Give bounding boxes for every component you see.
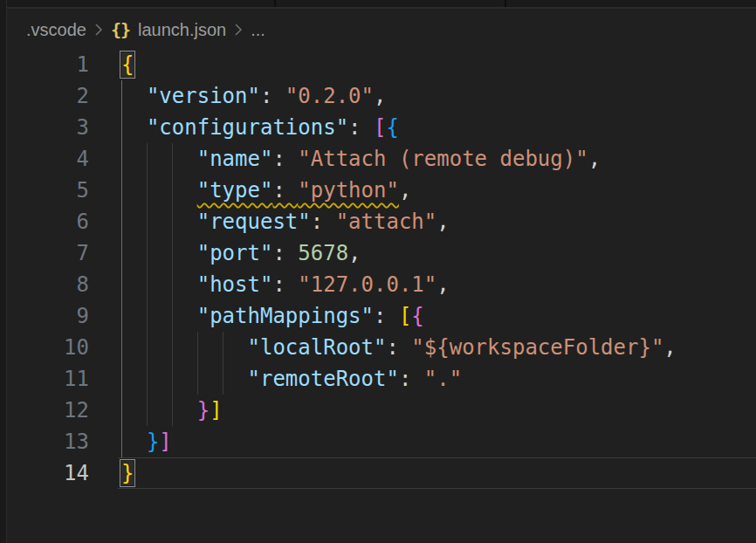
code-line[interactable]: 5 "type": "python", bbox=[0, 175, 756, 206]
code-token bbox=[121, 367, 248, 391]
code-token: "remoteRoot" bbox=[248, 367, 399, 391]
chevron-right-icon bbox=[234, 22, 243, 38]
code-line[interactable]: 6 "request": "attach", bbox=[0, 206, 756, 237]
code-token: "name" bbox=[197, 147, 273, 171]
line-number[interactable]: 1 bbox=[0, 49, 89, 80]
code-token bbox=[121, 115, 147, 140]
code-text: "port": 5678, bbox=[121, 237, 361, 269]
line-number[interactable]: 2 bbox=[0, 80, 89, 112]
tab-separator bbox=[274, 0, 276, 7]
code-token: "request" bbox=[197, 210, 311, 234]
code-token: , bbox=[374, 84, 386, 108]
code-token: : bbox=[272, 178, 298, 203]
json-braces-icon: {} bbox=[111, 19, 130, 40]
editor[interactable]: 1{2 "version": "0.2.0",3 "configurations… bbox=[0, 49, 756, 543]
line-number[interactable]: 12 bbox=[0, 395, 89, 426]
code-token: "attach" bbox=[336, 210, 437, 234]
code-token: "." bbox=[424, 367, 462, 391]
code-token: "Attach (remote debug)" bbox=[298, 147, 588, 171]
breadcrumb-symbol[interactable]: ... bbox=[251, 20, 265, 40]
line-number[interactable]: 9 bbox=[0, 300, 89, 332]
code-text: { bbox=[121, 49, 134, 80]
code-token: } bbox=[147, 430, 159, 454]
code-token: "127.0.0.1" bbox=[298, 272, 436, 297]
code-token bbox=[121, 398, 197, 423]
code-token: , bbox=[436, 210, 449, 234]
code-text: } bbox=[121, 457, 134, 489]
code-text: "localRoot": "${workspaceFolder}", bbox=[121, 332, 677, 363]
line-number[interactable]: 6 bbox=[0, 206, 89, 237]
code-line[interactable]: 10 "localRoot": "${workspaceFolder}", bbox=[0, 332, 756, 363]
code-token: ] bbox=[210, 398, 222, 423]
code-text: "pathMappings": [{ bbox=[121, 300, 424, 332]
code-line[interactable]: 14} bbox=[0, 457, 756, 489]
line-number[interactable]: 4 bbox=[0, 143, 89, 175]
line-number[interactable]: 5 bbox=[0, 175, 89, 206]
code-token: } bbox=[197, 398, 210, 423]
line-number[interactable]: 11 bbox=[0, 363, 89, 395]
code-token: : bbox=[386, 335, 411, 360]
line-number[interactable]: 13 bbox=[0, 426, 89, 457]
code-token: "version" bbox=[147, 84, 260, 108]
code-token: ] bbox=[159, 430, 171, 454]
code-token bbox=[121, 178, 197, 203]
code-token: "${workspaceFolder}" bbox=[411, 335, 663, 360]
code-token: : bbox=[272, 147, 298, 171]
code-token: , bbox=[436, 272, 449, 297]
code-token: "pathMappings" bbox=[197, 304, 374, 328]
breadcrumb: .vscode {} launch.json ... bbox=[8, 10, 756, 49]
code-token: "host" bbox=[197, 272, 273, 297]
code-token bbox=[121, 147, 197, 171]
code-token: 5678 bbox=[298, 241, 348, 265]
code-token: "0.2.0" bbox=[285, 84, 374, 108]
line-number[interactable]: 8 bbox=[0, 269, 89, 300]
code-text: "name": "Attach (remote debug)", bbox=[121, 143, 601, 175]
code-line[interactable]: 13 }] bbox=[0, 426, 756, 457]
code-token bbox=[121, 210, 197, 234]
code-line[interactable]: 7 "port": 5678, bbox=[0, 237, 756, 269]
code-token: , bbox=[348, 241, 361, 265]
code-text: "request": "attach", bbox=[121, 206, 450, 237]
code-token bbox=[121, 241, 197, 265]
code-token bbox=[121, 84, 147, 108]
line-number[interactable]: 3 bbox=[0, 112, 89, 143]
code-token bbox=[121, 335, 248, 360]
breadcrumb-file[interactable]: launch.json bbox=[138, 20, 226, 40]
chevron-right-icon bbox=[94, 22, 103, 38]
line-number[interactable]: 7 bbox=[0, 237, 89, 269]
code-line[interactable]: 2 "version": "0.2.0", bbox=[0, 80, 756, 112]
code-text: "remoteRoot": "." bbox=[121, 363, 462, 395]
code-token bbox=[121, 304, 197, 328]
code-text: "configurations": [{ bbox=[121, 112, 399, 143]
code-text: "type": "python", bbox=[121, 175, 411, 206]
code-line[interactable]: 1{ bbox=[0, 49, 756, 80]
code-token: : bbox=[399, 367, 424, 391]
code-token bbox=[121, 272, 197, 297]
bracket-match: { bbox=[121, 52, 134, 77]
code-token: : bbox=[272, 272, 298, 297]
breadcrumb-folder[interactable]: .vscode bbox=[26, 20, 86, 40]
warning-squiggle: "type": "python" bbox=[197, 178, 399, 203]
code-line[interactable]: 9 "pathMappings": [{ bbox=[0, 300, 756, 332]
code-token: [ bbox=[374, 115, 386, 140]
code-text: "version": "0.2.0", bbox=[121, 80, 386, 112]
code-token: , bbox=[588, 147, 601, 171]
line-number[interactable]: 14 bbox=[0, 457, 89, 489]
tab-bar bbox=[0, 0, 756, 9]
code-text: }] bbox=[121, 395, 223, 426]
window-edge bbox=[0, 0, 7, 543]
code-token: "type" bbox=[197, 178, 273, 203]
code-token: : bbox=[311, 210, 336, 234]
code-line[interactable]: 11 "remoteRoot": "." bbox=[0, 363, 756, 395]
code-line[interactable]: 8 "host": "127.0.0.1", bbox=[0, 269, 756, 300]
code-token: "python" bbox=[298, 178, 399, 203]
code-token: "configurations" bbox=[147, 115, 348, 140]
code-line[interactable]: 4 "name": "Attach (remote debug)", bbox=[0, 143, 756, 175]
code-line[interactable]: 3 "configurations": [{ bbox=[0, 112, 756, 143]
line-number[interactable]: 10 bbox=[0, 332, 89, 363]
code-token: , bbox=[663, 335, 676, 360]
code-text: }] bbox=[121, 426, 172, 457]
code-token: "port" bbox=[197, 241, 273, 265]
code-token: : bbox=[374, 304, 399, 328]
code-line[interactable]: 12 }] bbox=[0, 395, 756, 426]
